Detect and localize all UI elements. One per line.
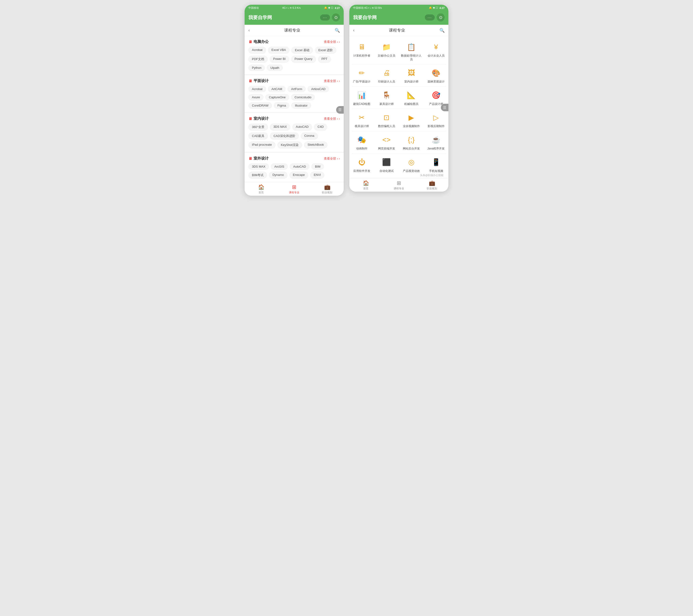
grid-cell[interactable]: 🎭 动画制作 [349,131,374,152]
grid-cell[interactable]: 📐 机械绘图员 [399,87,423,108]
tag-item[interactable]: CorelDRAW [249,102,272,109]
grid-cell[interactable]: ▷ 影视后期制作 [423,109,449,130]
category-name-computer: 电脑办公 [254,39,269,44]
left-content: 🖥 电脑办公 查看全部 › › AcrobatExcel VBAExcel 基础… [244,36,344,182]
left-dots-button[interactable]: ··· [320,14,330,21]
tag-item[interactable]: ArtCAM [268,86,286,92]
tag-item[interactable]: 3DS MAX [270,124,290,130]
grid-cell-icon: ▶ [406,112,417,123]
right-bottom-nav: 🏠 首页 ⊞ 课程专业 💼 职业规划 [349,178,449,192]
grid-cell[interactable]: ✏ 广告/平面设计 [349,64,374,86]
category-title-computer: 🖥 电脑办公 [249,39,269,44]
view-all-outdoor[interactable]: 查看全部 › › [324,157,340,161]
grid-cell-label: 动画制作 [356,147,368,151]
grid-cell[interactable]: ¥ 会计从业人员 [423,38,449,63]
grid-cell-label: 业余视频制作 [403,124,420,128]
grid-cell-label: 手机短视频 [429,169,443,173]
grid-cell-label: 机械绘图员 [404,102,418,106]
left-nav-courses[interactable]: ⊞ 课程专业 [278,182,311,196]
left-page-header: ‹ 课程专业 🔍 [244,25,344,36]
tag-item[interactable]: BIM [311,163,324,170]
tag-item[interactable]: 3DS MAX [249,163,269,170]
tag-item[interactable]: CaptureOne [265,94,289,100]
grid-cell-icon: ▷ [431,112,442,123]
tag-item[interactable]: Dynamo [269,172,287,179]
right-float-button[interactable]: ☰ [441,104,449,111]
tag-item[interactable]: Enscape [290,172,309,179]
grid-cell[interactable]: ⏻ 应用软件开发 [349,154,374,175]
right-nav-courses[interactable]: ⊞ 课程专业 [382,178,415,192]
grid-cell-label: Java程序开发 [428,147,444,151]
tag-item[interactable]: PDF文档 [249,56,268,63]
grid-cell-icon: 🎭 [356,134,368,145]
view-all-interior[interactable]: 查看全部 › › [324,117,340,121]
grid-row-5: ⏻ 应用软件开发 ⬛ 自动化测试 ◎ 产品视觉动效 📱 手机短视频 [349,154,449,175]
tag-item[interactable]: Acrobat [249,47,266,54]
tag-item[interactable]: BIM考试 [249,172,267,179]
right-search-icon[interactable]: 🔍 [439,28,444,33]
tag-item[interactable]: Power BI [270,56,289,63]
tag-item[interactable]: ArtiosCAD [308,86,329,92]
tag-item[interactable]: ArcGIS [271,163,288,170]
right-target-button[interactable]: ⊙ [437,14,444,21]
grid-cell[interactable]: ▶ 业余视频制作 [399,109,423,130]
grid-cell[interactable]: ◎ 产品视觉动效 [399,154,423,175]
left-search-icon[interactable]: 🔍 [335,28,340,33]
grid-cell[interactable]: 📊 建筑CAD绘图 [349,87,374,108]
grid-cell-icon: 📐 [406,89,417,101]
tag-item[interactable]: Excel 基础 [291,47,313,54]
grid-cell[interactable]: ☕ Java程序开发 [423,131,449,152]
grid-cell[interactable]: 📋 数据处理/统计人员 [399,38,423,63]
tags-computer: AcrobatExcel VBAExcel 基础Excel 进阶PDF文档Pow… [249,47,340,71]
tag-item[interactable]: Excel VBA [268,47,290,54]
tag-item[interactable]: Axure [249,94,263,100]
grid-cell[interactable]: 🖨 印刷设计人员 [374,64,399,86]
tag-item[interactable]: CAD家具 [249,132,268,140]
grid-cell[interactable]: 🪑 家具设计师 [374,87,399,108]
grid-cell[interactable]: ⬛ 自动化测试 [374,154,399,175]
left-nav-career[interactable]: 💼 职业规划 [311,182,344,196]
right-nav-home[interactable]: 🏠 首页 [349,178,382,192]
view-all-graphic[interactable]: 查看全部 › › [324,79,340,83]
right-header-buttons: ··· ⊙ [425,14,444,21]
grid-cell[interactable]: 🖼 室内设计师 [399,64,423,86]
right-nav-career[interactable]: 💼 职业规划 [415,178,449,192]
grid-cell[interactable]: ⊡ 数控编程人员 [374,109,399,130]
tag-item[interactable]: ENVI [310,172,324,179]
tag-item[interactable]: 360°全景 [249,124,268,130]
grid-cell[interactable]: 📱 手机短视频 [423,154,449,175]
tag-item[interactable]: Acrobat [249,86,266,92]
grid-cell[interactable]: ✂ 模具设计师 [349,109,374,130]
tag-item[interactable]: Python [249,65,265,71]
tag-item[interactable]: Excel 进阶 [315,47,336,54]
grid-cell[interactable]: 📁 文秘/办公文员 [374,38,399,63]
tag-item[interactable]: PPT [318,56,331,63]
view-all-computer[interactable]: 查看全部 › › [324,40,340,44]
grid-cell[interactable]: 🎨 园林景观设计 [423,64,449,86]
tag-item[interactable]: KeyShot渲染 [277,141,302,148]
tag-item[interactable]: AutoCAD [292,124,312,130]
left-target-button[interactable]: ⊙ [332,14,340,21]
tag-item[interactable]: CAD深化和进阶 [270,132,299,140]
grid-cell[interactable]: 🖥 计算机初学者 [349,38,374,63]
grid-cell-label: 数据处理/统计人员 [400,54,423,61]
left-page-title: 课程专业 [250,27,335,33]
left-float-button[interactable]: ☰ [336,106,344,114]
tag-item[interactable]: AutoCAD [290,163,310,170]
grid-cell[interactable]: {;} 网站后台开发 [399,131,423,152]
grid-row-2: 📊 建筑CAD绘图 🪑 家具设计师 📐 机械绘图员 🎯 产品设计师 [349,87,449,108]
tag-item[interactable]: Illustrator [291,102,311,109]
tag-item[interactable]: Figma [274,102,290,109]
tag-item[interactable]: Comicstudio [291,94,315,100]
grid-cell-icon: {;} [406,134,417,145]
left-nav-home[interactable]: 🏠 首页 [244,182,278,196]
right-dots-button[interactable]: ··· [425,14,435,21]
tag-item[interactable]: SketchBook [304,141,328,148]
tag-item[interactable]: C4D [314,124,327,130]
tag-item[interactable]: Corona [301,132,318,140]
grid-cell[interactable]: <> 网页前端开发 [374,131,399,152]
tag-item[interactable]: Power Query [291,56,316,63]
tag-item[interactable]: Uipath [267,65,283,71]
tag-item[interactable]: ArtForm [288,86,306,92]
tag-item[interactable]: iPad procreate [249,141,276,148]
